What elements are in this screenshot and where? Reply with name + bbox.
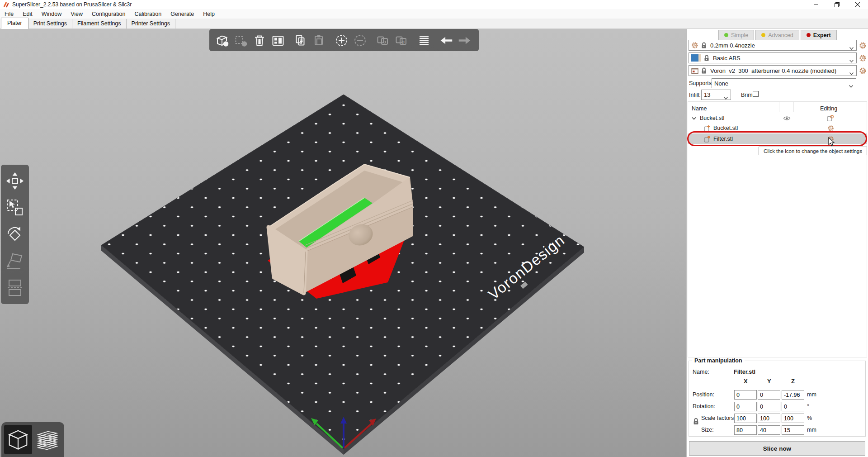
rotate-tool-button[interactable] bbox=[5, 224, 25, 244]
paste-button[interactable] bbox=[311, 32, 327, 49]
size-label: Size: bbox=[701, 427, 714, 433]
rotation-z-input[interactable] bbox=[782, 402, 804, 411]
part-row-bucket[interactable]: Bucket.stl bbox=[688, 123, 867, 133]
preview-view-button[interactable] bbox=[34, 425, 62, 454]
axis-z-header: Z bbox=[791, 378, 795, 385]
visibility-eye-icon[interactable] bbox=[783, 116, 791, 121]
supports-combo[interactable]: None bbox=[712, 78, 856, 88]
chevron-down-icon bbox=[849, 82, 853, 88]
plater-toolbar: o p bbox=[209, 29, 479, 51]
menu-file[interactable]: File bbox=[0, 11, 18, 17]
add-object-button[interactable] bbox=[214, 32, 230, 49]
collapse-chevron-icon[interactable] bbox=[692, 117, 696, 120]
move-tool-button[interactable] bbox=[5, 171, 25, 191]
part-manipulation-title: Part manipulation bbox=[692, 357, 745, 364]
tab-plater[interactable]: Plater bbox=[1, 18, 28, 29]
printer-preset-settings-button[interactable] bbox=[859, 67, 867, 75]
restore-button[interactable] bbox=[826, 0, 847, 9]
remove-object-button[interactable] bbox=[232, 32, 249, 49]
copy-button[interactable] bbox=[292, 32, 308, 49]
brim-checkbox[interactable] bbox=[753, 91, 759, 97]
arrange-button[interactable] bbox=[269, 32, 286, 49]
chevron-down-icon bbox=[849, 70, 854, 76]
size-y-input[interactable] bbox=[758, 425, 780, 435]
lock-icon bbox=[701, 42, 707, 49]
svg-text:o: o bbox=[383, 38, 386, 44]
menu-calibration[interactable]: Calibration bbox=[130, 11, 166, 17]
part-icon bbox=[704, 136, 710, 143]
expert-dot-icon bbox=[807, 33, 811, 37]
position-z-input[interactable] bbox=[782, 390, 804, 400]
menu-window[interactable]: Window bbox=[37, 11, 66, 17]
scale-x-input[interactable] bbox=[734, 414, 757, 423]
scale-z-input[interactable] bbox=[782, 414, 804, 423]
part-row-filter[interactable]: Filter.stl bbox=[688, 133, 867, 144]
size-x-input[interactable] bbox=[734, 425, 757, 435]
menu-help[interactable]: Help bbox=[198, 11, 219, 17]
mode-advanced-button[interactable]: Advanced bbox=[755, 30, 799, 40]
part-name-value: Filter.stl bbox=[734, 369, 755, 375]
window-title: SuperSlicer_2.2.53 based on PrusaSlicer … bbox=[12, 1, 132, 8]
cut-tool-button[interactable] bbox=[5, 278, 25, 298]
list-name-header: Name bbox=[692, 105, 707, 112]
name-label: Name: bbox=[693, 369, 709, 375]
tab-printer-settings[interactable]: Printer Settings bbox=[127, 19, 175, 29]
part-settings-gear-icon[interactable] bbox=[827, 125, 834, 132]
tooltip: Click the icon to change the object sett… bbox=[759, 147, 867, 155]
position-y-input[interactable] bbox=[758, 390, 780, 400]
place-on-face-tool-button[interactable] bbox=[5, 251, 25, 271]
infill-combo[interactable]: 13 bbox=[701, 90, 731, 100]
mode-selector: Simple Advanced Expert bbox=[718, 30, 837, 40]
layer-height-table-button[interactable] bbox=[415, 32, 432, 49]
scale-tool-button[interactable] bbox=[5, 198, 25, 218]
filament-color-swatch bbox=[691, 54, 701, 62]
tab-filament-settings[interactable]: Filament Settings bbox=[72, 19, 127, 29]
redo-button[interactable] bbox=[457, 32, 473, 49]
split-to-objects-button[interactable]: o bbox=[374, 32, 391, 49]
scale-y-input[interactable] bbox=[758, 414, 780, 423]
print-preset-settings-button[interactable] bbox=[859, 42, 867, 49]
editor-view-button[interactable] bbox=[4, 425, 32, 454]
size-z-input[interactable] bbox=[782, 425, 804, 435]
add-instance-button[interactable] bbox=[333, 32, 349, 49]
mode-simple-button[interactable]: Simple bbox=[718, 30, 754, 40]
print-preset-combo[interactable]: 0.2mm 0.4nozzle bbox=[689, 40, 857, 51]
rotation-x-input[interactable] bbox=[734, 402, 757, 411]
svg-text:p: p bbox=[401, 38, 405, 44]
minimize-button[interactable] bbox=[806, 0, 826, 9]
3d-viewport[interactable]: VoronDesign bbox=[0, 29, 686, 457]
chevron-down-icon bbox=[849, 44, 854, 51]
object-settings-icon[interactable] bbox=[827, 115, 834, 122]
filament-preset-combo[interactable]: Basic ABS bbox=[689, 52, 857, 63]
remove-instance-button[interactable] bbox=[352, 32, 368, 49]
menu-view[interactable]: View bbox=[66, 11, 87, 17]
mode-expert-button[interactable]: Expert bbox=[801, 30, 837, 40]
list-editing-header: Editing bbox=[820, 105, 837, 112]
uniform-scale-lock-icon[interactable] bbox=[693, 418, 699, 427]
superslicer-window: SuperSlicer_2.2.53 based on PrusaSlicer … bbox=[0, 0, 868, 457]
tab-print-settings[interactable]: Print Settings bbox=[28, 19, 72, 29]
menu-configuration[interactable]: Configuration bbox=[87, 11, 130, 17]
print-settings-gear-icon bbox=[691, 42, 698, 49]
rotation-y-input[interactable] bbox=[758, 402, 780, 411]
scale-label: Scale factors: bbox=[701, 415, 736, 421]
position-x-input[interactable] bbox=[734, 390, 757, 400]
simple-dot-icon bbox=[724, 33, 728, 37]
filament-preset-settings-button[interactable] bbox=[859, 54, 867, 62]
object-row-bucket[interactable]: Bucket.stl bbox=[688, 113, 867, 123]
main-tab-bar: Plater Print Settings Filament Settings … bbox=[0, 19, 868, 29]
delete-all-button[interactable] bbox=[251, 32, 267, 49]
axis-y-header: Y bbox=[767, 378, 771, 385]
title-bar: SuperSlicer_2.2.53 based on PrusaSlicer … bbox=[0, 0, 868, 9]
slice-now-button[interactable]: Slice now bbox=[689, 441, 865, 456]
close-button[interactable] bbox=[847, 0, 868, 9]
split-to-parts-button[interactable]: p bbox=[393, 32, 409, 49]
printer-preset-combo[interactable]: Voron_v2_300_afterburner 0.4 nozzle (mod… bbox=[689, 65, 857, 76]
menu-bar: File Edit Window View Configuration Cali… bbox=[0, 9, 868, 19]
chevron-down-icon bbox=[849, 57, 854, 63]
gizmo-toolbar bbox=[1, 165, 29, 304]
menu-edit[interactable]: Edit bbox=[18, 11, 37, 17]
undo-button[interactable] bbox=[438, 32, 454, 49]
filament-preset-value: Basic ABS bbox=[713, 55, 741, 62]
menu-generate[interactable]: Generate bbox=[166, 11, 198, 17]
